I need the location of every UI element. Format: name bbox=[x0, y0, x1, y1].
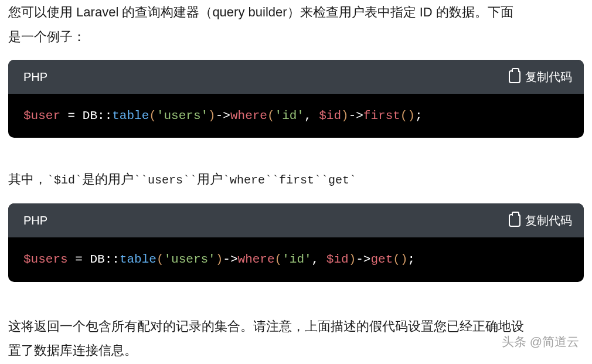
middle-text-prefix: 其中， bbox=[8, 172, 47, 186]
code-token: ( bbox=[149, 109, 156, 123]
middle-text-2: 是的用户 bbox=[82, 172, 134, 186]
code-token: where bbox=[230, 109, 267, 123]
code-token: -> bbox=[349, 109, 363, 123]
clipboard-icon bbox=[509, 70, 520, 83]
code-token: $id bbox=[326, 253, 349, 266]
code-content-2: $users = DB::table('users')->where('id',… bbox=[8, 237, 584, 282]
code-token: 'users' bbox=[156, 109, 208, 123]
intro-paragraph: 您可以使用 Laravel 的查询构建器（query builder）来检查用户… bbox=[8, 0, 584, 49]
code-token: , bbox=[312, 253, 326, 266]
inline-code: `where``first``get` bbox=[223, 174, 356, 187]
code-token: DB bbox=[90, 253, 104, 266]
code-token: ) bbox=[400, 253, 408, 266]
code-token: 'id' bbox=[275, 109, 304, 123]
code-token: :: bbox=[97, 109, 112, 123]
code-token: ( bbox=[400, 109, 408, 123]
code-token: ; bbox=[407, 253, 415, 266]
code-token: = bbox=[60, 109, 83, 123]
code-token: -> bbox=[216, 109, 230, 123]
code-token: ) bbox=[208, 109, 216, 123]
code-token: $id bbox=[319, 109, 341, 123]
code-token: , bbox=[304, 109, 319, 123]
code-token: $user bbox=[23, 109, 60, 123]
middle-text-4: 用户 bbox=[197, 172, 223, 186]
code-block-1: PHP 复制代码 $user = DB::table('users')->whe… bbox=[8, 60, 584, 138]
inline-code: ``users`` bbox=[134, 174, 197, 187]
inline-code: `$id` bbox=[47, 174, 82, 187]
code-token: ; bbox=[415, 109, 423, 123]
intro-text-1: 您可以使用 Laravel 的查询构建器（query builder）来检查用户… bbox=[8, 5, 513, 19]
code-content-1: $user = DB::table('users')->where('id', … bbox=[8, 94, 584, 138]
bottom-text-2: 置了数据库连接信息。 bbox=[8, 343, 137, 358]
code-header-2: PHP 复制代码 bbox=[8, 203, 584, 237]
code-token: where bbox=[238, 253, 275, 266]
intro-text-2: 是一个例子： bbox=[8, 29, 86, 44]
clipboard-icon bbox=[509, 214, 520, 227]
code-token: table bbox=[120, 253, 156, 266]
code-block-2: PHP 复制代码 $users = DB::table('users')->wh… bbox=[8, 203, 584, 282]
code-token: get bbox=[370, 253, 393, 266]
copy-code-button[interactable]: 复制代码 bbox=[509, 66, 572, 88]
code-token: ( bbox=[267, 109, 275, 123]
code-token: ) bbox=[349, 253, 356, 266]
code-token: ( bbox=[156, 253, 164, 266]
code-header-1: PHP 复制代码 bbox=[8, 60, 584, 94]
code-token: ( bbox=[275, 253, 283, 266]
code-token: 'id' bbox=[282, 253, 311, 266]
code-token: 'users' bbox=[164, 253, 216, 266]
code-token: ) bbox=[341, 109, 349, 123]
code-token: table bbox=[112, 109, 149, 123]
code-token: = bbox=[68, 253, 90, 266]
code-token: ) bbox=[407, 109, 415, 123]
code-lang-label: PHP bbox=[23, 209, 47, 232]
code-token: first bbox=[363, 109, 400, 123]
copy-code-button[interactable]: 复制代码 bbox=[509, 209, 572, 232]
code-token: ( bbox=[393, 253, 400, 266]
bottom-text-1: 这将返回一个包含所有配对的记录的集合。请注意，上面描述的假代码设置您已经正确地设 bbox=[8, 319, 524, 334]
copy-label: 复制代码 bbox=[525, 66, 572, 88]
code-token: -> bbox=[356, 253, 370, 266]
code-token: $users bbox=[23, 253, 68, 266]
code-token: DB bbox=[83, 109, 97, 123]
code-token: ) bbox=[216, 253, 223, 266]
middle-paragraph: 其中，`$id`是的用户``users``用户`where``first``ge… bbox=[8, 167, 584, 192]
code-lang-label: PHP bbox=[23, 66, 47, 88]
copy-label: 复制代码 bbox=[525, 209, 572, 232]
code-token: -> bbox=[223, 253, 237, 266]
bottom-paragraph: 这将返回一个包含所有配对的记录的集合。请注意，上面描述的假代码设置您已经正确地设… bbox=[8, 314, 584, 363]
code-token: :: bbox=[105, 253, 120, 266]
